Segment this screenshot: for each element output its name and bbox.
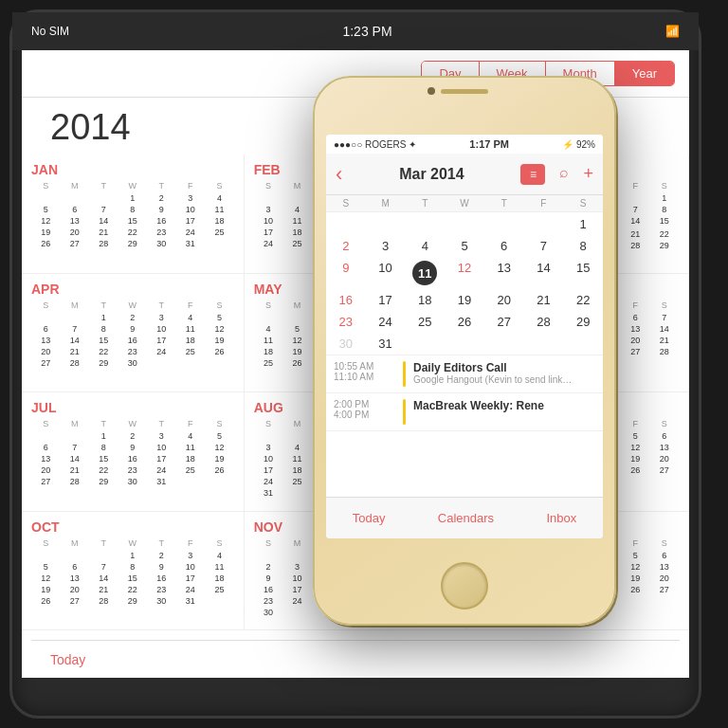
cal-day-10[interactable]: 10 [366,257,406,289]
cal-day-17[interactable]: 17 [366,289,406,311]
iphone-speaker [441,89,488,94]
mini-month-jul: JUL SMTWTFS --12345 6789101112 131415161… [22,392,245,512]
event-time-col: 10:55 AM 11:10 AM [334,361,395,387]
cal-day-7[interactable]: 7 [524,235,564,257]
event-row-1[interactable]: 10:55 AM 11:10 AM Daily Editors Call Goo… [326,355,603,393]
event-time-col: 2:00 PM 4:00 PM [334,399,395,425]
cal-day-15[interactable]: 15 [563,257,603,289]
iphone-carrier: ●●●○○ ROGERS ✦ [334,139,416,150]
cal-day-28[interactable]: 28 [524,311,564,333]
jul-headers: SMTWTFS [31,419,234,428]
cal-day-3[interactable]: 3 [366,235,406,257]
cal-day-23[interactable]: 23 [326,311,366,333]
event-content: Daily Editors Call Google Hangout (Kevin… [413,361,595,387]
event-title: Daily Editors Call [413,361,595,374]
apr-title: APR [31,282,234,297]
ipad-today-button[interactable]: Today [50,652,85,667]
weekday-fri: F [524,195,564,211]
cal-day-13[interactable]: 13 [484,257,524,289]
iphone-list-icon[interactable]: ≡ [520,164,545,185]
apr-days: --12345 6789101112 13141516171819 202122… [31,312,234,369]
apr-headers: SMTWTFS [31,300,234,310]
iphone-back-button[interactable]: ‹ [336,162,342,187]
cal-day-20[interactable]: 20 [484,289,524,311]
ipad-time: 1:23 PM [342,24,391,39]
oct-title: OCT [31,519,234,535]
iphone-tab-bar: Today Calendars Inbox [326,497,603,538]
iphone-status-bar: ●●●○○ ROGERS ✦ 1:17 PM ⚡ 92% [326,135,603,154]
cal-day-16[interactable]: 16 [326,289,366,311]
cal-day-24[interactable]: 24 [366,311,406,333]
weekday-sat: S [563,195,603,211]
oct-days: ---1234 567891011 12131415161718 1920212… [31,550,234,607]
ipad-status-bar: No SIM 1:23 PM 📶 [12,12,699,50]
cal-day-29[interactable]: 29 [563,311,603,333]
cal-day-2[interactable]: 2 [326,235,366,257]
tab-year[interactable]: Year [615,62,674,85]
cal-day-30[interactable]: 30 [326,333,366,355]
cal-day-empty: - [445,333,484,355]
tab-today[interactable]: Today [353,511,386,525]
cal-day-14[interactable]: 14 [524,257,564,289]
iphone-calendar-header: ‹ Mar 2014 ≡ ⌕ + [326,154,603,195]
cal-day-19[interactable]: 19 [445,289,484,311]
cal-day-6[interactable]: 6 [484,235,524,257]
event-row-2[interactable]: 2:00 PM 4:00 PM MacBreak Weekly: Rene [326,393,603,431]
mini-month-jan: JAN SMTWTFS --- 1234 567891011 121314151… [22,155,245,274]
cal-day-26[interactable]: 26 [445,311,484,333]
iphone-add-icon[interactable]: + [583,164,593,185]
cal-day-empty: - [524,333,564,355]
iphone-weekday-headers: S M T W T F S [326,195,603,212]
weekday-mon: M [366,195,406,211]
cal-day-12[interactable]: 12 [445,257,484,289]
jan-headers: SMTWTFS [31,181,234,191]
tab-calendars[interactable]: Calendars [438,511,494,525]
cal-day-empty: - [445,212,484,235]
iphone-calendar-days: - - - - - - 1 2 3 4 5 6 7 8 9 10 11 12 1… [326,212,603,355]
ipad-carrier: No SIM [31,25,69,38]
mini-month-apr: APR SMTWTFS --12345 6789101112 131415161… [22,274,245,393]
cal-day-empty: - [326,212,366,235]
cal-day-4[interactable]: 4 [405,235,445,257]
cal-day-empty: - [484,333,524,355]
jul-days: --12345 6789101112 13141516171819 202122… [31,430,234,487]
mini-month-oct: OCT SMTWTFS ---1234 567891011 1213141516… [22,512,245,631]
event-start-time: 10:55 AM [334,361,395,372]
iphone-month-title: Mar 2014 [399,166,464,183]
cal-day-empty: - [405,333,445,355]
tab-inbox[interactable]: Inbox [546,511,576,525]
ipad-bottom-bar: Today [31,640,680,678]
cal-day-5[interactable]: 5 [445,235,484,257]
cal-day-31[interactable]: 31 [366,333,406,355]
iphone-screen: ●●●○○ ROGERS ✦ 1:17 PM ⚡ 92% ‹ Mar 2014 … [326,135,603,538]
iphone-search-icon[interactable]: ⌕ [559,164,569,185]
jan-days: --- 1234 567891011 12131415161718 192021… [31,192,234,249]
jul-title: JUL [31,400,234,415]
iphone-battery: ⚡ 92% [562,139,595,150]
cal-day-11[interactable]: 11 [405,257,445,289]
oct-headers: SMTWTFS [31,538,234,548]
iphone-home-button[interactable] [441,562,488,610]
cal-day-25[interactable]: 25 [405,311,445,333]
event-content: MacBreak Weekly: Rene [413,399,595,425]
cal-day-22[interactable]: 22 [563,289,603,311]
event-title: MacBreak Weekly: Rene [413,399,595,412]
event-end-time: 4:00 PM [334,410,395,420]
ipad-year-label: 2014 [50,107,131,148]
cal-day-8[interactable]: 8 [563,235,603,257]
weekday-sun: S [326,195,366,211]
event-start-time: 2:00 PM [334,399,395,410]
cal-day-21[interactable]: 21 [524,289,564,311]
cal-day-1[interactable]: 1 [563,212,603,235]
cal-day-18[interactable]: 18 [405,289,445,311]
weekday-wed: W [445,195,484,211]
cal-day-9[interactable]: 9 [326,257,366,289]
event-color-bar [403,361,406,387]
cal-day-27[interactable]: 27 [484,311,524,333]
event-subtitle: Google Hangout (Kevin to send link… [413,374,595,385]
cal-day-empty: - [405,212,445,235]
iphone-events-list: 10:55 AM 11:10 AM Daily Editors Call Goo… [326,355,603,431]
iphone-header-icons: ≡ ⌕ + [520,164,593,185]
iphone-frame: ●●●○○ ROGERS ✦ 1:17 PM ⚡ 92% ‹ Mar 2014 … [313,76,616,626]
cal-day-empty: - [484,212,524,235]
